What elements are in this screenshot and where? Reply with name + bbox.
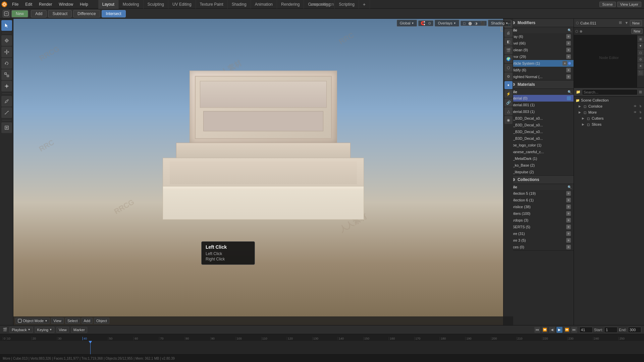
cursor-tool[interactable] [1,35,12,46]
collections-search-icon[interactable]: 🔍 [568,185,572,189]
start-frame-input[interactable] [604,327,618,333]
collection-cutters[interactable]: Cutters (100) ≡ [503,210,574,217]
collection-more3[interactable]: More 3 (5) ≡ [503,237,574,244]
collections-file-header[interactable]: 📁 File 🔍 [503,184,574,190]
viewport-snap-btn[interactable]: 🧲 [420,21,426,25]
object-dropdown[interactable]: Object [94,318,109,324]
cutters-eye-btn[interactable]: 👁 [638,116,643,121]
new-material-btn[interactable]: New [630,20,642,26]
transform-tool[interactable] [1,81,12,92]
ne-icon-1[interactable]: ⊞ [638,36,644,42]
outliner-search-input[interactable] [582,89,638,95]
tab-animation[interactable]: Animation [251,0,277,9]
tab-uv[interactable]: UV Editing [168,0,196,9]
collection-corislice[interactable]: Corislice (38) ≡ [503,203,574,210]
tl-view-dropdown[interactable]: View [56,327,69,333]
select-tool[interactable] [1,20,12,31]
viewport-overlays-btn[interactable]: Overlays ▼ [435,20,459,26]
modifier-bevel[interactable]: Bevel (66) ≡ [503,40,574,47]
tab-modeling[interactable]: Modeling [119,0,144,9]
annotate-tool[interactable] [1,96,12,107]
step-fwd-btn[interactable]: ⏩ [564,327,570,333]
materials-search-icon[interactable]: 🔍 [568,90,572,94]
current-frame-input[interactable] [579,327,593,333]
jump-start-btn[interactable]: ⏮ [534,327,540,333]
add-object-tool[interactable] [1,122,12,133]
boolean-edit-btn[interactable]: ≡ [566,48,571,52]
tab-sculpting[interactable]: Sculpting [144,0,168,9]
prop-tab-view[interactable]: ◧ [504,38,513,46]
viewport-global-dropdown[interactable]: Global ▼ [397,20,417,26]
material-3[interactable]: TL_B3D_Decal_s0... [503,115,574,122]
more-eye-btn[interactable]: 👁 [633,110,637,115]
new-button[interactable]: New [11,10,28,17]
prop-tab-particles[interactable]: ✦ [504,81,513,89]
prop-tab-scene[interactable]: 🎬 [504,46,513,54]
corislice-eye-btn[interactable]: 👁 [633,104,637,109]
material-11[interactable]: ko_litepulse (2) [503,169,574,175]
viewport-shading-btn[interactable]: Shading ▼ [488,20,511,26]
shading-material-btn[interactable]: ◑ [474,21,479,25]
bevel-edit-btn[interactable]: ≡ [566,41,571,46]
prop-tab-constraints[interactable]: 🔗 [504,99,513,107]
material-0[interactable]: Material (0) [503,95,574,102]
material-10[interactable]: ko_ko_Base (2) [503,162,574,169]
modifier-weighted[interactable]: Weighted Normal (... ≡ [503,73,574,80]
material-7[interactable]: cube_logo_color (1) [503,142,574,148]
modifiers-file-header[interactable]: 📁 File 🔍 [503,27,574,33]
more3-btn[interactable]: ≡ [566,238,571,243]
tab-shading[interactable]: Shading [228,0,251,9]
view-layer-selector[interactable]: View Layer [617,2,641,7]
hardops-btn[interactable]: ≡ [566,218,571,223]
prop-tab-material[interactable]: ◉ [504,116,513,124]
outliner-filter-btn[interactable]: ⊞ [618,20,623,25]
ne-icon-5[interactable]: ✕ [638,63,644,69]
mode-icon[interactable] [3,10,10,17]
outliner-corislice[interactable]: ▶ ◻ Corislice 👁 🖱 [574,103,644,109]
collection-6[interactable]: Collection 6 (1) ≡ [503,197,574,203]
inserts-btn[interactable]: ≡ [566,225,571,229]
material-9[interactable]: ko_MetalDark (1) [503,155,574,162]
marker-dropdown[interactable]: Marker [71,327,87,333]
menu-file[interactable]: File [9,0,22,8]
collections-header[interactable]: ▼ ⚙ Collections [503,176,574,184]
scale-tool[interactable] [1,69,12,80]
particle-edit-btn[interactable]: ≡ [562,61,567,66]
material-2[interactable]: Material.003 (1) [503,108,574,115]
shading-wire-btn[interactable]: ◻ [462,21,467,25]
material-4[interactable]: TL_B3D_Decal_s0... [503,122,574,128]
cutters-btn[interactable]: ≡ [566,211,571,216]
view-dropdown[interactable]: View [51,318,64,324]
add-dropdown[interactable]: Add [82,318,93,324]
material-8[interactable]: japanese_careful_c... [503,148,574,155]
materials-file-header[interactable]: 📁 File 🔍 [503,88,574,95]
more-cursor-btn[interactable]: 🖱 [638,110,643,115]
subtract-button[interactable]: Subtract [48,10,72,17]
node-editor-view[interactable]: ⊕ [580,29,582,33]
ne-icon-4[interactable]: ⊙ [638,56,644,62]
outliner-cutters[interactable]: ▶ ◻ Cutters 👁 [574,115,644,121]
collection-slices[interactable]: Slices (0) ≡ [503,244,574,250]
ne-icon-6[interactable]: ⬛ [638,70,644,76]
collection-more[interactable]: More (31) ≡ [503,230,574,237]
materials-header[interactable]: ▼ ⚙ Materials [503,80,574,88]
scene-selector[interactable]: Scene [599,2,616,7]
play-back-btn[interactable]: ◀ [549,327,555,333]
col6-btn[interactable]: ≡ [566,198,571,202]
solidify-edit-btn[interactable]: ≡ [566,68,571,72]
node-editor-new[interactable]: New [631,28,643,34]
measure-tool[interactable] [1,107,12,118]
modifier-array[interactable]: Array (6) ≡ [503,33,574,40]
material-6[interactable]: TL_B3D_Decal_s0... [503,135,574,142]
select-dropdown[interactable]: Select [65,318,80,324]
blender-logo[interactable] [0,0,9,9]
tab-add[interactable]: + [359,0,370,9]
tab-scripting[interactable]: Scripting [335,0,359,9]
viewport[interactable]: RRCG 人人素材 RRC RRC 人人素材 RRCG 人人素材 [13,19,513,325]
difference-button[interactable]: Difference [73,10,100,17]
corislice-btn[interactable]: ≡ [566,204,571,209]
more-btn[interactable]: ≡ [566,231,571,236]
collection-hardops[interactable]: Hardops (3) ≡ [503,217,574,224]
ne-icon-2[interactable]: ▼ [638,43,644,49]
end-frame-input[interactable] [628,327,641,333]
